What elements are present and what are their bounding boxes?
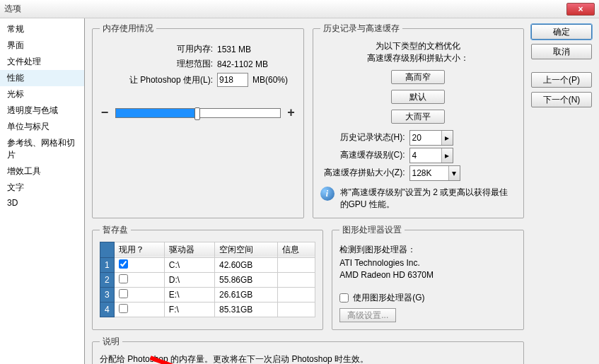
slider-decrease-button[interactable]: − bbox=[100, 105, 110, 120]
active-checkbox[interactable] bbox=[119, 259, 128, 269]
use-gpu-checkbox[interactable] bbox=[339, 293, 349, 303]
ideal-value: 842-1102 MB bbox=[217, 59, 268, 69]
sidebar: 常规 界面 文件处理 性能 光标 透明度与色域 单位与标尺 参考线、网格和切片 … bbox=[0, 18, 85, 364]
avail-value: 1531 MB bbox=[217, 45, 251, 54]
gpu-legend: 图形处理器设置 bbox=[339, 224, 405, 236]
window-title: 选项 bbox=[4, 3, 21, 15]
gpu-model: AMD Radeon HD 6370M bbox=[339, 270, 516, 280]
sidebar-item-general[interactable]: 常规 bbox=[0, 21, 84, 37]
next-button[interactable]: 下一个(N) bbox=[531, 92, 592, 107]
cache-group: 历史记录与高速缓存 为以下类型的文档优化 高速缓存级别和拼贴大小： 高而窄 默认… bbox=[313, 23, 525, 218]
memory-unit: MB(60%) bbox=[252, 75, 288, 85]
sidebar-item-interface[interactable]: 界面 bbox=[0, 37, 84, 54]
col-info[interactable]: 信息 bbox=[277, 242, 315, 257]
sidebar-item-transparency[interactable]: 透明度与色域 bbox=[0, 102, 84, 119]
close-button[interactable]: × bbox=[566, 3, 595, 16]
sidebar-item-plugins[interactable]: 增效工具 bbox=[0, 163, 84, 180]
gpu-detected-label: 检测到图形处理器： bbox=[339, 244, 516, 256]
gpu-group: 图形处理器设置 检测到图形处理器： ATI Technologies Inc. … bbox=[332, 224, 524, 330]
levels-label: 高速缓存级别(C): bbox=[320, 149, 405, 161]
cache-optimize-text: 为以下类型的文档优化 高速缓存级别和拼贴大小： bbox=[367, 40, 469, 64]
memory-input[interactable] bbox=[217, 73, 248, 87]
sidebar-item-cursors[interactable]: 光标 bbox=[0, 86, 84, 102]
memory-group: 内存使用情况 可用内存:1531 MB 理想范围:842-1102 MB 让 P… bbox=[92, 23, 304, 218]
memory-legend: 内存使用情况 bbox=[100, 23, 156, 35]
levels-input[interactable] bbox=[410, 148, 441, 163]
tile-select[interactable]: ▾ bbox=[409, 165, 460, 181]
history-label: 历史记录状态(H): bbox=[320, 131, 405, 143]
default-button[interactable]: 默认 bbox=[391, 90, 445, 104]
table-row[interactable]: 1C:\42.60GB bbox=[100, 257, 315, 272]
info-icon: i bbox=[320, 187, 335, 201]
ideal-label: 理想范围: bbox=[100, 58, 213, 70]
col-active[interactable]: 现用？ bbox=[114, 242, 164, 257]
history-spinner[interactable]: ▸ bbox=[409, 130, 453, 146]
avail-label: 可用内存: bbox=[100, 43, 213, 55]
tile-label: 高速缓存拼贴大小(Z): bbox=[320, 167, 405, 179]
sidebar-item-filehandling[interactable]: 文件处理 bbox=[0, 54, 84, 70]
table-row[interactable]: 4F:\85.31GB bbox=[100, 302, 315, 317]
chevron-right-icon[interactable]: ▸ bbox=[441, 148, 453, 163]
let-label: 让 Photoshop 使用(L): bbox=[100, 74, 213, 86]
scratch-legend: 暂存盘 bbox=[100, 224, 131, 236]
active-checkbox[interactable] bbox=[119, 304, 128, 313]
content-pane: 内存使用情况 可用内存:1531 MB 理想范围:842-1102 MB 让 P… bbox=[85, 18, 531, 364]
chevron-right-icon[interactable]: ▸ bbox=[441, 131, 453, 145]
advanced-settings-button: 高级设置... bbox=[339, 308, 396, 322]
table-row[interactable]: 2D:\55.86GB bbox=[100, 272, 315, 287]
gpu-vendor: ATI Technologies Inc. bbox=[339, 258, 516, 268]
slider-thumb[interactable] bbox=[194, 107, 200, 120]
big-flat-button[interactable]: 大而平 bbox=[391, 110, 445, 124]
main-area: 常规 界面 文件处理 性能 光标 透明度与色域 单位与标尺 参考线、网格和切片 … bbox=[0, 18, 599, 364]
sidebar-item-performance[interactable]: 性能 bbox=[0, 70, 84, 86]
memory-slider[interactable] bbox=[115, 108, 281, 118]
description-legend: 说明 bbox=[100, 336, 122, 348]
table-row[interactable]: 3E:\26.61GB bbox=[100, 287, 315, 302]
col-index bbox=[100, 242, 115, 257]
description-text: 分配给 Photoshop 的内存量。更改将在下一次启动 Photoshop 时… bbox=[100, 353, 516, 364]
history-input[interactable] bbox=[410, 131, 441, 145]
tall-narrow-button[interactable]: 高而窄 bbox=[391, 70, 445, 84]
use-gpu-label: 使用图形处理器(G) bbox=[353, 292, 424, 304]
slider-increase-button[interactable]: + bbox=[286, 105, 296, 120]
ok-button[interactable]: 确定 bbox=[531, 24, 592, 40]
cancel-button[interactable]: 取消 bbox=[531, 44, 592, 59]
scratch-table: 现用？ 驱动器 空闲空间 信息 1C:\42.60GB 2D:\55.86GB … bbox=[100, 242, 315, 317]
titlebar: 选项 × bbox=[0, 0, 599, 18]
cache-legend: 历史记录与高速缓存 bbox=[320, 23, 402, 35]
levels-spinner[interactable]: ▸ bbox=[409, 148, 453, 163]
button-column: 确定 取消 上一个(P) 下一个(N) bbox=[531, 18, 599, 364]
prev-button[interactable]: 上一个(P) bbox=[531, 72, 592, 88]
close-icon: × bbox=[578, 4, 583, 14]
sidebar-item-guides[interactable]: 参考线、网格和切片 bbox=[0, 135, 84, 163]
sidebar-item-units[interactable]: 单位与标尺 bbox=[0, 119, 84, 135]
scratch-group: 暂存盘 现用？ 驱动器 空闲空间 信息 1C:\42.60GB 2D:\55.8… bbox=[92, 224, 323, 330]
active-checkbox[interactable] bbox=[119, 274, 128, 283]
cache-info-text: 将"高速缓存级别"设置为 2 或更高以获得最佳的GPU 性能。 bbox=[340, 187, 517, 211]
chevron-down-icon[interactable]: ▾ bbox=[448, 166, 460, 180]
col-drive[interactable]: 驱动器 bbox=[164, 242, 214, 257]
sidebar-item-type[interactable]: 文字 bbox=[0, 180, 84, 196]
tile-input[interactable] bbox=[410, 166, 448, 180]
description-group: 说明 分配给 Photoshop 的内存量。更改将在下一次启动 Photosho… bbox=[92, 336, 524, 364]
col-free[interactable]: 空闲空间 bbox=[214, 242, 277, 257]
use-gpu-row[interactable]: 使用图形处理器(G) bbox=[339, 292, 516, 304]
active-checkbox[interactable] bbox=[119, 289, 128, 298]
slider-fill bbox=[116, 109, 194, 117]
sidebar-item-3d[interactable]: 3D bbox=[0, 196, 84, 210]
